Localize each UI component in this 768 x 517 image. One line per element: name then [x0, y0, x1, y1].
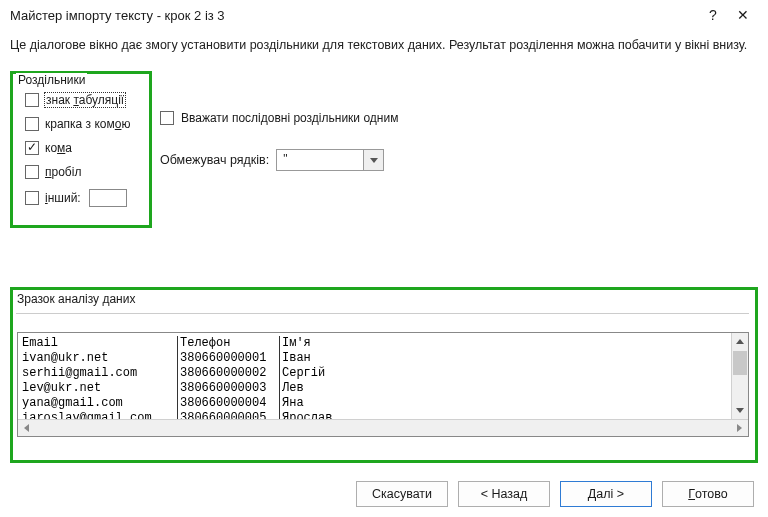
scroll-up-button[interactable] [732, 333, 748, 350]
text-qualifier-value: " [277, 150, 363, 170]
scroll-thumb[interactable] [733, 351, 747, 375]
delimiter-other-row[interactable]: інший: [25, 189, 143, 207]
delimiter-other-label: інший: [45, 191, 81, 205]
finish-button[interactable]: Готово [662, 481, 754, 507]
cancel-button[interactable]: Скасувати [356, 481, 448, 507]
delimiter-tab-row[interactable]: знак табуляції [25, 93, 143, 107]
horizontal-scrollbar[interactable] [18, 419, 748, 436]
close-button[interactable]: ✕ [728, 7, 758, 23]
vertical-scrollbar[interactable] [731, 333, 748, 419]
consecutive-delimiters-checkbox[interactable] [160, 111, 174, 125]
help-button[interactable]: ? [698, 7, 728, 23]
scroll-left-button[interactable] [18, 420, 35, 436]
delimiter-space-label: пробіл [45, 165, 81, 179]
back-button[interactable]: < Назад [458, 481, 550, 507]
delimiter-other-input[interactable] [89, 189, 127, 207]
data-preview-group: Зразок аналізу даних Email ivan@ukr.net … [10, 287, 758, 463]
delimiter-comma-label: кома [45, 141, 72, 155]
delimiter-comma-checkbox[interactable] [25, 141, 39, 155]
delimiter-space-checkbox[interactable] [25, 165, 39, 179]
delimiter-semicolon-checkbox[interactable] [25, 117, 39, 131]
title-bar: Майстер імпорту тексту - крок 2 із 3 ? ✕ [0, 0, 768, 30]
preview-column: Ім'я Іван Сергій Лев Яна Ярослав [282, 336, 729, 419]
delimiter-semicolon-label: крапка з комою [45, 117, 130, 131]
delimiter-tab-label: знак табуляції [45, 93, 125, 107]
data-preview-label: Зразок аналізу даних [17, 292, 135, 306]
next-button[interactable]: Далі > [560, 481, 652, 507]
preview-column: Email ivan@ukr.net serhii@gmail.com lev@… [22, 336, 178, 419]
delimiter-semicolon-row[interactable]: крапка з комою [25, 117, 143, 131]
consecutive-delimiters-row[interactable]: Вважати послідовні роздільники одним [160, 111, 752, 125]
text-qualifier-combo[interactable]: " [276, 149, 384, 171]
data-preview-box: Email ivan@ukr.net serhii@gmail.com lev@… [17, 332, 749, 437]
delimiter-comma-row[interactable]: кома [25, 141, 143, 155]
chevron-down-icon [370, 158, 378, 163]
consecutive-delimiters-label: Вважати послідовні роздільники одним [181, 111, 398, 125]
text-qualifier-label: Обмежувач рядків: [160, 153, 269, 167]
delimiter-tab-checkbox[interactable] [25, 93, 39, 107]
window-title: Майстер імпорту тексту - крок 2 із 3 [10, 8, 698, 23]
text-qualifier-dropdown-button[interactable] [363, 150, 383, 170]
data-preview-content: Email ivan@ukr.net serhii@gmail.com lev@… [18, 333, 731, 419]
preview-column: Телефон 380660000001 380660000002 380660… [180, 336, 280, 419]
delimiters-group: Роздільники знак табуляції крапка з комо… [10, 71, 152, 228]
delimiter-other-checkbox[interactable] [25, 191, 39, 205]
scroll-down-button[interactable] [732, 402, 748, 419]
dialog-description: Це діалогове вікно дає змогу установити … [0, 30, 768, 66]
delimiter-space-row[interactable]: пробіл [25, 165, 143, 179]
dialog-buttons: Скасувати < Назад Далі > Готово [0, 481, 768, 507]
scroll-right-button[interactable] [731, 420, 748, 436]
